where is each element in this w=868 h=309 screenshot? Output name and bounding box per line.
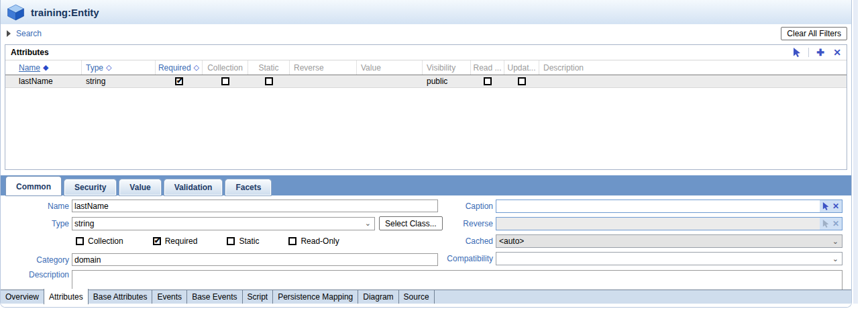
- chevron-down-icon: ⌄: [365, 219, 374, 228]
- sort-diamond-icon: ◇: [106, 63, 111, 72]
- compatibility-dropdown[interactable]: ⌄: [496, 252, 843, 265]
- attributes-panel: Attributes ✚ ✕ Name ◆ Type ◇ Required: [5, 44, 847, 170]
- read-only-checkbox[interactable]: [288, 237, 296, 245]
- attributes-panel-title: Attributes: [11, 48, 49, 57]
- add-attribute-icon[interactable]: ✚: [815, 48, 826, 58]
- tab-overview[interactable]: Overview: [1, 290, 44, 304]
- type-dropdown[interactable]: string ⌄: [72, 217, 375, 230]
- common-tab-form: Name lastName Type string ⌄ Select Class…: [1, 195, 851, 294]
- attributes-toolbar: ✚ ✕: [792, 48, 843, 58]
- page-scrollbar-track[interactable]: [853, 0, 858, 304]
- reverse-label: Reverse: [443, 219, 496, 228]
- picker-arrow-icon[interactable]: [822, 202, 830, 210]
- expander-arrow-icon[interactable]: [7, 30, 11, 37]
- search-bar: Search Clear All Filters: [1, 24, 851, 42]
- reverse-field: ✕: [496, 217, 843, 230]
- updatable-checkbox[interactable]: [518, 77, 526, 85]
- category-field[interactable]: domain: [72, 253, 438, 266]
- cell-type: string: [82, 77, 156, 86]
- required-checkbox[interactable]: [175, 77, 183, 85]
- column-header-updatable[interactable]: Updat...: [504, 60, 539, 75]
- tab-base-events[interactable]: Base Events: [187, 290, 242, 304]
- attributes-panel-header: Attributes ✚ ✕: [5, 45, 847, 60]
- caption-label: Caption: [443, 202, 496, 211]
- column-header-value[interactable]: Value: [357, 60, 423, 75]
- column-header-visibility[interactable]: Visibility: [423, 60, 471, 75]
- column-header-name[interactable]: Name ◆: [5, 60, 82, 75]
- tab-attributes[interactable]: Attributes: [44, 289, 89, 304]
- form-left-column: Name lastName Type string ⌄ Select Class…: [1, 200, 443, 270]
- static-checkbox[interactable]: [227, 237, 235, 245]
- detail-tab-strip: Common Security Value Validation Facets: [1, 175, 851, 195]
- column-header-required[interactable]: Required ◇: [156, 60, 203, 75]
- compatibility-label: Compatibility: [443, 254, 496, 263]
- cached-dropdown[interactable]: <auto> ⌄: [496, 234, 843, 248]
- type-label: Type: [1, 219, 72, 228]
- cell-visibility: public: [423, 77, 471, 86]
- entity-cube-icon: [7, 4, 25, 21]
- column-header-collection[interactable]: Collection: [203, 60, 248, 75]
- tab-facets[interactable]: Facets: [225, 179, 271, 195]
- select-arrow-icon[interactable]: [792, 48, 802, 58]
- chevron-down-icon: ⌄: [832, 237, 842, 246]
- form-right-column: Caption ✕ Reverse: [443, 200, 851, 270]
- chevron-down-icon: ⌄: [832, 255, 842, 263]
- tab-diagram[interactable]: Diagram: [358, 290, 398, 304]
- tab-persistence-mapping[interactable]: Persistence Mapping: [273, 290, 358, 304]
- caption-field[interactable]: ✕: [496, 200, 843, 213]
- column-header-reverse[interactable]: Reverse: [290, 60, 357, 75]
- tab-common[interactable]: Common: [6, 177, 61, 195]
- tab-value[interactable]: Value: [119, 179, 160, 195]
- category-label: Category: [1, 255, 72, 265]
- delete-attribute-icon[interactable]: ✕: [832, 48, 843, 58]
- table-row[interactable]: lastName string public: [5, 75, 847, 88]
- attributes-table-header: Name ◆ Type ◇ Required ◇ Collection Stat…: [5, 60, 847, 75]
- required-checkbox[interactable]: [153, 237, 161, 245]
- cell-name: lastName: [5, 77, 82, 86]
- editor-tab-bar: Overview Attributes Base Attributes Even…: [1, 290, 851, 304]
- name-field[interactable]: lastName: [72, 200, 438, 212]
- collection-checkbox[interactable]: [76, 237, 84, 245]
- clear-icon: ✕: [832, 219, 839, 228]
- title-bar: training:Entity: [1, 0, 851, 24]
- read-only-checkbox[interactable]: [484, 77, 492, 85]
- tab-source[interactable]: Source: [399, 290, 435, 304]
- bottom-strip: [1, 304, 851, 307]
- collection-checkbox[interactable]: [221, 77, 229, 85]
- column-header-static[interactable]: Static: [248, 60, 290, 75]
- sort-diamond-icon: ◇: [194, 63, 199, 72]
- sort-diamond-icon: ◆: [43, 63, 48, 72]
- select-class-button[interactable]: Select Class...: [379, 216, 443, 230]
- column-header-read-only[interactable]: Read ...: [471, 60, 504, 75]
- flag-checkboxes: Collection Required Static Read-Only: [1, 234, 443, 248]
- clear-all-filters-button[interactable]: Clear All Filters: [781, 27, 847, 40]
- column-header-type[interactable]: Type ◇: [82, 60, 156, 75]
- column-header-description[interactable]: Description: [539, 60, 847, 75]
- tab-security[interactable]: Security: [64, 179, 116, 195]
- name-label: Name: [1, 202, 72, 211]
- clear-icon[interactable]: ✕: [832, 202, 839, 211]
- picker-arrow-icon: [822, 220, 830, 228]
- tab-script[interactable]: Script: [243, 290, 274, 304]
- page-title: training:Entity: [31, 7, 99, 18]
- tab-events[interactable]: Events: [152, 290, 187, 304]
- app-window: training:Entity Search Clear All Filters…: [0, 0, 852, 308]
- search-toggle[interactable]: Search: [16, 29, 42, 38]
- tab-validation[interactable]: Validation: [164, 179, 223, 195]
- cached-label: Cached: [443, 236, 496, 246]
- toolbar-divider: [808, 48, 809, 57]
- tab-base-attributes[interactable]: Base Attributes: [89, 290, 153, 304]
- static-checkbox[interactable]: [265, 77, 273, 85]
